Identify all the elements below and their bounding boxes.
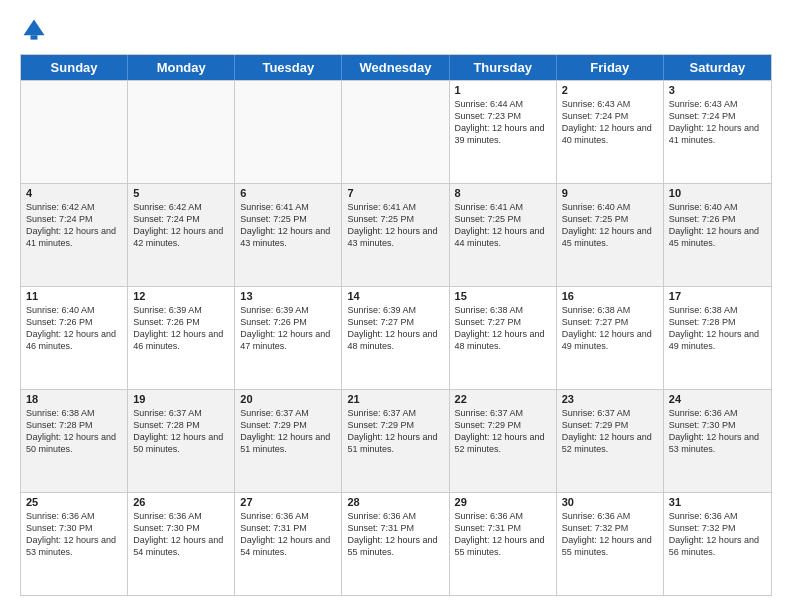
day-info: Sunrise: 6:39 AM Sunset: 7:27 PM Dayligh… bbox=[347, 304, 443, 353]
day-number: 31 bbox=[669, 496, 766, 508]
header bbox=[20, 16, 772, 44]
day-number: 1 bbox=[455, 84, 551, 96]
day-number: 12 bbox=[133, 290, 229, 302]
day-number: 4 bbox=[26, 187, 122, 199]
calendar-cell: 1Sunrise: 6:44 AM Sunset: 7:23 PM Daylig… bbox=[450, 81, 557, 183]
day-info: Sunrise: 6:36 AM Sunset: 7:32 PM Dayligh… bbox=[562, 510, 658, 559]
calendar-cell: 3Sunrise: 6:43 AM Sunset: 7:24 PM Daylig… bbox=[664, 81, 771, 183]
day-number: 16 bbox=[562, 290, 658, 302]
page: SundayMondayTuesdayWednesdayThursdayFrid… bbox=[0, 0, 792, 612]
day-number: 23 bbox=[562, 393, 658, 405]
calendar-cell: 16Sunrise: 6:38 AM Sunset: 7:27 PM Dayli… bbox=[557, 287, 664, 389]
calendar-cell: 17Sunrise: 6:38 AM Sunset: 7:28 PM Dayli… bbox=[664, 287, 771, 389]
day-number: 2 bbox=[562, 84, 658, 96]
calendar-cell bbox=[128, 81, 235, 183]
day-number: 6 bbox=[240, 187, 336, 199]
day-info: Sunrise: 6:36 AM Sunset: 7:30 PM Dayligh… bbox=[133, 510, 229, 559]
day-number: 8 bbox=[455, 187, 551, 199]
day-info: Sunrise: 6:44 AM Sunset: 7:23 PM Dayligh… bbox=[455, 98, 551, 147]
calendar-cell: 23Sunrise: 6:37 AM Sunset: 7:29 PM Dayli… bbox=[557, 390, 664, 492]
calendar-cell: 24Sunrise: 6:36 AM Sunset: 7:30 PM Dayli… bbox=[664, 390, 771, 492]
calendar-cell: 4Sunrise: 6:42 AM Sunset: 7:24 PM Daylig… bbox=[21, 184, 128, 286]
weekday-header: Thursday bbox=[450, 55, 557, 80]
svg-marker-0 bbox=[24, 20, 45, 36]
day-info: Sunrise: 6:36 AM Sunset: 7:32 PM Dayligh… bbox=[669, 510, 766, 559]
day-info: Sunrise: 6:43 AM Sunset: 7:24 PM Dayligh… bbox=[669, 98, 766, 147]
day-info: Sunrise: 6:38 AM Sunset: 7:27 PM Dayligh… bbox=[455, 304, 551, 353]
day-number: 13 bbox=[240, 290, 336, 302]
calendar-cell: 30Sunrise: 6:36 AM Sunset: 7:32 PM Dayli… bbox=[557, 493, 664, 595]
calendar-cell: 31Sunrise: 6:36 AM Sunset: 7:32 PM Dayli… bbox=[664, 493, 771, 595]
weekday-header: Monday bbox=[128, 55, 235, 80]
day-info: Sunrise: 6:43 AM Sunset: 7:24 PM Dayligh… bbox=[562, 98, 658, 147]
day-number: 25 bbox=[26, 496, 122, 508]
calendar-cell bbox=[342, 81, 449, 183]
weekday-header: Wednesday bbox=[342, 55, 449, 80]
day-number: 5 bbox=[133, 187, 229, 199]
day-number: 24 bbox=[669, 393, 766, 405]
day-info: Sunrise: 6:42 AM Sunset: 7:24 PM Dayligh… bbox=[26, 201, 122, 250]
day-number: 14 bbox=[347, 290, 443, 302]
calendar-cell bbox=[21, 81, 128, 183]
calendar-cell: 7Sunrise: 6:41 AM Sunset: 7:25 PM Daylig… bbox=[342, 184, 449, 286]
day-info: Sunrise: 6:36 AM Sunset: 7:31 PM Dayligh… bbox=[240, 510, 336, 559]
calendar-cell: 5Sunrise: 6:42 AM Sunset: 7:24 PM Daylig… bbox=[128, 184, 235, 286]
day-info: Sunrise: 6:37 AM Sunset: 7:29 PM Dayligh… bbox=[562, 407, 658, 456]
calendar-cell: 10Sunrise: 6:40 AM Sunset: 7:26 PM Dayli… bbox=[664, 184, 771, 286]
calendar-cell: 15Sunrise: 6:38 AM Sunset: 7:27 PM Dayli… bbox=[450, 287, 557, 389]
day-info: Sunrise: 6:42 AM Sunset: 7:24 PM Dayligh… bbox=[133, 201, 229, 250]
day-info: Sunrise: 6:37 AM Sunset: 7:29 PM Dayligh… bbox=[455, 407, 551, 456]
day-info: Sunrise: 6:38 AM Sunset: 7:28 PM Dayligh… bbox=[669, 304, 766, 353]
day-info: Sunrise: 6:40 AM Sunset: 7:25 PM Dayligh… bbox=[562, 201, 658, 250]
day-number: 22 bbox=[455, 393, 551, 405]
calendar-cell: 20Sunrise: 6:37 AM Sunset: 7:29 PM Dayli… bbox=[235, 390, 342, 492]
day-number: 19 bbox=[133, 393, 229, 405]
calendar-cell: 9Sunrise: 6:40 AM Sunset: 7:25 PM Daylig… bbox=[557, 184, 664, 286]
day-number: 15 bbox=[455, 290, 551, 302]
calendar-body: 1Sunrise: 6:44 AM Sunset: 7:23 PM Daylig… bbox=[21, 80, 771, 595]
day-info: Sunrise: 6:39 AM Sunset: 7:26 PM Dayligh… bbox=[133, 304, 229, 353]
calendar-cell: 26Sunrise: 6:36 AM Sunset: 7:30 PM Dayli… bbox=[128, 493, 235, 595]
day-info: Sunrise: 6:37 AM Sunset: 7:29 PM Dayligh… bbox=[240, 407, 336, 456]
calendar-cell: 18Sunrise: 6:38 AM Sunset: 7:28 PM Dayli… bbox=[21, 390, 128, 492]
calendar-cell: 27Sunrise: 6:36 AM Sunset: 7:31 PM Dayli… bbox=[235, 493, 342, 595]
calendar-cell: 13Sunrise: 6:39 AM Sunset: 7:26 PM Dayli… bbox=[235, 287, 342, 389]
calendar-cell bbox=[235, 81, 342, 183]
calendar-cell: 11Sunrise: 6:40 AM Sunset: 7:26 PM Dayli… bbox=[21, 287, 128, 389]
day-number: 26 bbox=[133, 496, 229, 508]
day-info: Sunrise: 6:37 AM Sunset: 7:29 PM Dayligh… bbox=[347, 407, 443, 456]
calendar-cell: 19Sunrise: 6:37 AM Sunset: 7:28 PM Dayli… bbox=[128, 390, 235, 492]
calendar-cell: 6Sunrise: 6:41 AM Sunset: 7:25 PM Daylig… bbox=[235, 184, 342, 286]
day-info: Sunrise: 6:37 AM Sunset: 7:28 PM Dayligh… bbox=[133, 407, 229, 456]
day-number: 17 bbox=[669, 290, 766, 302]
day-info: Sunrise: 6:39 AM Sunset: 7:26 PM Dayligh… bbox=[240, 304, 336, 353]
day-info: Sunrise: 6:38 AM Sunset: 7:27 PM Dayligh… bbox=[562, 304, 658, 353]
day-info: Sunrise: 6:36 AM Sunset: 7:30 PM Dayligh… bbox=[669, 407, 766, 456]
calendar-cell: 14Sunrise: 6:39 AM Sunset: 7:27 PM Dayli… bbox=[342, 287, 449, 389]
calendar-cell: 28Sunrise: 6:36 AM Sunset: 7:31 PM Dayli… bbox=[342, 493, 449, 595]
day-info: Sunrise: 6:36 AM Sunset: 7:30 PM Dayligh… bbox=[26, 510, 122, 559]
day-info: Sunrise: 6:40 AM Sunset: 7:26 PM Dayligh… bbox=[669, 201, 766, 250]
calendar-week-row: 18Sunrise: 6:38 AM Sunset: 7:28 PM Dayli… bbox=[21, 389, 771, 492]
day-number: 20 bbox=[240, 393, 336, 405]
day-info: Sunrise: 6:36 AM Sunset: 7:31 PM Dayligh… bbox=[347, 510, 443, 559]
day-number: 11 bbox=[26, 290, 122, 302]
day-info: Sunrise: 6:40 AM Sunset: 7:26 PM Dayligh… bbox=[26, 304, 122, 353]
day-number: 21 bbox=[347, 393, 443, 405]
calendar-header-row: SundayMondayTuesdayWednesdayThursdayFrid… bbox=[21, 55, 771, 80]
logo-icon bbox=[20, 16, 48, 44]
day-number: 9 bbox=[562, 187, 658, 199]
day-number: 7 bbox=[347, 187, 443, 199]
calendar-cell: 21Sunrise: 6:37 AM Sunset: 7:29 PM Dayli… bbox=[342, 390, 449, 492]
logo bbox=[20, 16, 52, 44]
calendar-cell: 29Sunrise: 6:36 AM Sunset: 7:31 PM Dayli… bbox=[450, 493, 557, 595]
day-number: 29 bbox=[455, 496, 551, 508]
weekday-header: Tuesday bbox=[235, 55, 342, 80]
day-number: 27 bbox=[240, 496, 336, 508]
day-info: Sunrise: 6:38 AM Sunset: 7:28 PM Dayligh… bbox=[26, 407, 122, 456]
calendar-week-row: 25Sunrise: 6:36 AM Sunset: 7:30 PM Dayli… bbox=[21, 492, 771, 595]
calendar-cell: 8Sunrise: 6:41 AM Sunset: 7:25 PM Daylig… bbox=[450, 184, 557, 286]
calendar-week-row: 1Sunrise: 6:44 AM Sunset: 7:23 PM Daylig… bbox=[21, 80, 771, 183]
day-number: 28 bbox=[347, 496, 443, 508]
svg-rect-1 bbox=[31, 35, 38, 39]
